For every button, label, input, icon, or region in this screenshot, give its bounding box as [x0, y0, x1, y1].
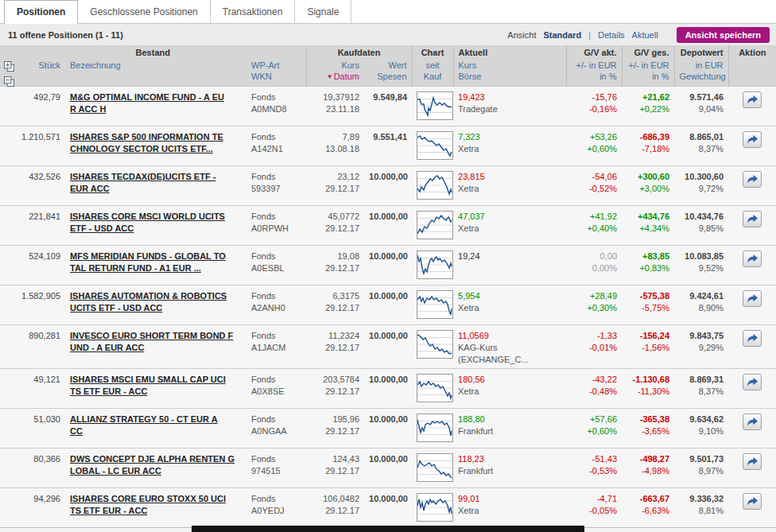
col-header-gewichtung[interactable]: Gewichtung [680, 71, 724, 82]
sparkline-chart[interactable] [417, 414, 453, 442]
position-name-cell: MFS MERIDIAN FUNDS - GLOBAL TO TAL RETUR… [65, 246, 246, 285]
position-action-button[interactable] [743, 131, 762, 148]
position-wert-cell: 10.000,00 [364, 409, 412, 449]
position-kaufdaten-cell: 6,3175 29.12.17 [306, 285, 364, 325]
col-header-seit-kauf: seit Kauf [417, 60, 448, 82]
position-action-button[interactable] [743, 91, 762, 108]
position-name-link[interactable]: ISHARES MSCI EMU SMALL CAP UCI TS ETF EU… [70, 375, 226, 396]
position-aktuell-cell: 7,323 Xetra [453, 126, 566, 166]
collapse-all-icon[interactable] [4, 76, 14, 87]
position-row: 1.210,571 ISHARES S&P 500 INFORMATION TE… [0, 126, 776, 166]
col-header-gv-ges-eur[interactable]: +/- in EUR [627, 60, 669, 71]
position-action-button[interactable] [743, 171, 762, 188]
position-action-button[interactable] [743, 493, 762, 510]
position-name-link[interactable]: ISHARES CORE EURO STOXX 50 UCI TS ETF EU… [70, 494, 226, 515]
tab-transaktionen[interactable]: Transaktionen [211, 0, 296, 23]
position-gv-ges-cell: -1.130,68 -11,30% [622, 369, 674, 409]
depot-gewichtung: 9,52% [679, 262, 724, 274]
col-header-gv-akt-pct[interactable]: in % [572, 71, 617, 82]
position-name-link[interactable]: ALLIANZ STRATEGY 50 - CT EUR A CC [70, 414, 218, 436]
position-type-cell: Fonds A0NGAA [246, 409, 306, 449]
gv-akt-eur: -43,22 [571, 374, 617, 386]
sparkline-chart[interactable] [417, 290, 453, 319]
position-boerse: Xetra [458, 183, 561, 195]
tab-geschlossene-positionen[interactable]: Geschlossene Positionen [78, 0, 210, 23]
gv-ges-eur: +21,62 [627, 91, 669, 103]
position-kauf-datum: 29.12.17 [311, 223, 359, 235]
position-aktuell-cell: 180,56 Xetra [453, 369, 566, 409]
position-name-link[interactable]: ISHARES AUTOMATION & ROBOTICS UCITS ETF … [70, 291, 227, 313]
position-action-button[interactable] [743, 414, 762, 430]
forward-arrow-icon [747, 254, 759, 264]
position-name-link[interactable]: ISHARES S&P 500 INFORMATION TE CHNOLOGY … [70, 132, 223, 153]
position-akt-kurs: 47,037 [458, 211, 561, 223]
position-row: 890,281 INVESCO EURO SHORT TERM BOND F U… [0, 325, 776, 369]
position-action-button[interactable] [743, 453, 762, 470]
gv-akt-pct: -0,05% [571, 505, 617, 517]
expand-all-icon[interactable] [4, 61, 14, 72]
col-header-wkn[interactable]: WKN [251, 71, 301, 82]
col-header-boerse[interactable]: Börse [459, 71, 561, 82]
tab-positionen[interactable]: Positionen [4, 0, 78, 24]
position-stueck: 49,121 [0, 369, 65, 409]
tab-signale[interactable]: Signale [295, 0, 351, 23]
sparkline-chart[interactable] [417, 493, 453, 522]
position-name-link[interactable]: INVESCO EURO SHORT TERM BOND F UND - A E… [70, 331, 233, 352]
save-view-button[interactable]: Ansicht speichern [677, 27, 770, 43]
position-kaufdaten-cell: 11,2324 29.12.17 [306, 325, 364, 369]
position-gv-ges-cell: -498,27 -4,98% [622, 449, 674, 488]
position-gv-akt-cell: +53,26 +0,60% [566, 126, 622, 166]
sparkline-chart[interactable] [417, 374, 453, 402]
position-wkn: A1JACM [251, 342, 301, 354]
col-header-gv-ges-pct[interactable]: in % [627, 71, 669, 82]
view-standard[interactable]: Standard [543, 30, 581, 40]
position-action-button[interactable] [743, 330, 762, 347]
sparkline-chart[interactable] [417, 131, 453, 160]
col-group-gv-akt: G/V akt. [566, 45, 622, 60]
col-header-spesen[interactable]: Spesen [369, 71, 407, 82]
col-header-gv-akt-eur[interactable]: +/- in EUR [572, 60, 617, 71]
position-name-link[interactable]: MFS MERIDIAN FUNDS - GLOBAL TO TAL RETUR… [70, 251, 226, 273]
position-action-button[interactable] [743, 290, 762, 307]
view-details[interactable]: Details [598, 30, 625, 40]
position-action-button[interactable] [743, 374, 762, 390]
position-gv-ges-cell: -575,38 -5,75% [622, 285, 674, 325]
col-header-kurs[interactable]: Kurs [312, 60, 360, 71]
gv-akt-eur: -54,06 [571, 171, 617, 183]
sum-gv-ges-cell: -3.235,19 -2,96% [622, 528, 674, 532]
position-name-link[interactable]: ISHARES CORE MSCI WORLD UCITS ETF - USD … [70, 212, 225, 233]
position-kauf-wert: 10.000,00 [369, 414, 407, 425]
position-name-link[interactable]: DWS CONCEPT DJE ALPHA RENTEN G LOBAL - L… [70, 454, 235, 476]
col-header-datum-sorted[interactable]: ▼Datum [312, 71, 360, 83]
position-name-cell: ALLIANZ STRATEGY 50 - CT EUR A CC [65, 409, 246, 449]
sparkline-chart[interactable] [417, 171, 453, 200]
view-aktuell[interactable]: Aktuell [632, 30, 658, 40]
position-name-link[interactable]: ISHARES TECDAX(DE)UCITS ETF - EUR ACC [70, 172, 215, 193]
sparkline-chart[interactable] [417, 250, 453, 279]
gv-ges-eur: +83,85 [627, 250, 669, 262]
col-header-wp-art[interactable]: WP-Art [251, 60, 301, 71]
position-name-link[interactable]: M&G OPTIMAL INCOME FUND - A EU R ACC H [70, 92, 224, 114]
sparkline-chart[interactable] [417, 330, 453, 359]
position-action-button[interactable] [743, 250, 762, 267]
col-header-depot-eur[interactable]: in EUR [680, 60, 724, 71]
position-kauf-wert: 10.000,00 [369, 211, 407, 223]
col-header-kurs-aktuell[interactable]: Kurs [459, 60, 561, 71]
gv-ges-pct: -6,63% [627, 505, 669, 517]
sparkline-chart[interactable] [417, 91, 453, 120]
position-gv-ges-cell: +434,76 +4,34% [622, 206, 674, 246]
col-header-bezeichnung[interactable]: Bezeichnung [70, 60, 242, 71]
position-wkn: A0YEDJ [251, 505, 301, 517]
col-header-wert[interactable]: Wert [369, 60, 407, 71]
position-kauf-datum: 29.12.17 [311, 386, 359, 398]
position-row: 80,366 DWS CONCEPT DJE ALPHA RENTEN G LO… [0, 449, 776, 488]
position-action-button[interactable] [743, 211, 762, 227]
tab-bar: Positionen Geschlossene Positionen Trans… [0, 0, 776, 24]
sparkline-svg [417, 251, 452, 278]
sparkline-chart[interactable] [417, 453, 453, 482]
gv-ges-pct: -3,65% [627, 425, 669, 437]
position-type-cell: Fonds A0YEDJ [246, 488, 306, 528]
position-depotwert-cell: 8.865,01 8,37% [674, 126, 728, 166]
sort-desc-icon: ▼ [327, 73, 333, 80]
sparkline-chart[interactable] [417, 211, 453, 239]
